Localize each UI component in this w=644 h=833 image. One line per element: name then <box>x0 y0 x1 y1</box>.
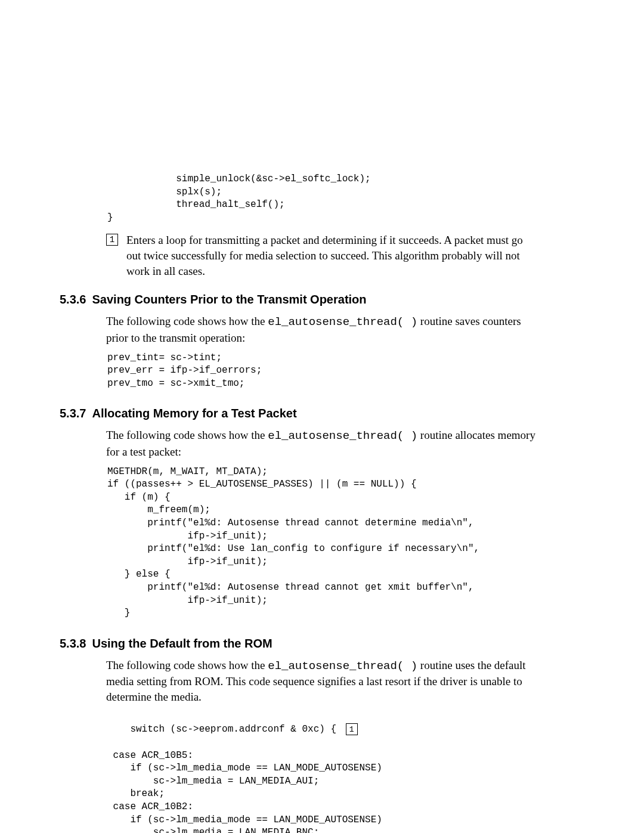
callout-1: 1 Enters a loop for transmitting a packe… <box>106 233 584 278</box>
para-text: The following code shows how the <box>106 429 268 441</box>
section-5-3-8-heading: 5.3.8Using the Default from the ROM <box>60 636 584 652</box>
section-title: Using the Default from the ROM <box>92 637 272 650</box>
section-5-3-7-para: The following code shows how the el_auto… <box>106 428 535 459</box>
inline-callout-number-icon: 1 <box>346 723 358 735</box>
callout-text: Enters a loop for transmitting a packet … <box>126 233 532 278</box>
callout-number-icon: 1 <box>106 234 118 246</box>
para-text: The following code shows how the <box>106 315 268 327</box>
code-text: switch (sc->eeprom.addrconf & 0xc) { <box>130 724 336 735</box>
para-text: The following code shows how the <box>106 659 268 671</box>
section-5-3-7-heading: 5.3.7Allocating Memory for a Test Packet <box>60 405 584 422</box>
section-title: Saving Counters Prior to the Transmit Op… <box>92 293 366 306</box>
inline-code: el_autosense_thread( ) <box>268 659 417 673</box>
code-block-537: MGETHDR(m, M_WAIT, MT_DATA); if ((passes… <box>107 466 584 620</box>
section-5-3-6-para: The following code shows how the el_auto… <box>106 314 535 345</box>
section-5-3-6-heading: 5.3.6Saving Counters Prior to the Transm… <box>60 292 584 308</box>
code-block-536: prev_tint= sc->tint; prev_err = ifp->if_… <box>107 352 584 391</box>
code-block-top: simple_unlock(&sc->el_softc_lock); splx(… <box>107 173 584 224</box>
page: simple_unlock(&sc->el_softc_lock); splx(… <box>0 0 644 833</box>
section-5-3-8-para: The following code shows how the el_auto… <box>106 658 535 705</box>
section-title: Allocating Memory for a Test Packet <box>92 407 296 420</box>
inline-code: el_autosense_thread( ) <box>268 315 417 329</box>
section-number: 5.3.6 <box>60 293 86 306</box>
section-number: 5.3.7 <box>60 407 86 420</box>
section-number: 5.3.8 <box>60 637 86 650</box>
code-block-538-rest: case ACR_10B5: if (sc->lm_media_mode == … <box>107 750 584 833</box>
code-block-538-line1: switch (sc->eeprom.addrconf & 0xc) { 1 <box>107 711 584 750</box>
inline-code: el_autosense_thread( ) <box>268 429 417 442</box>
